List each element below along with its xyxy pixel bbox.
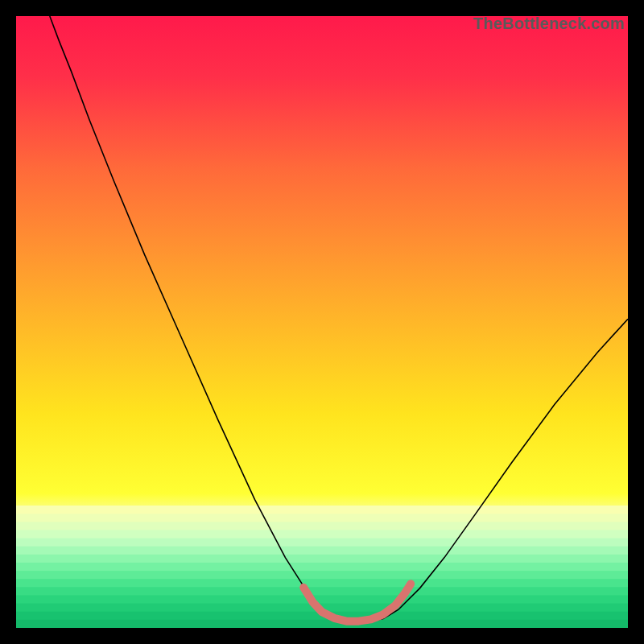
svg-rect-1 <box>16 514 628 522</box>
svg-rect-2 <box>16 522 628 530</box>
svg-rect-3 <box>16 530 628 539</box>
svg-rect-6 <box>16 555 628 564</box>
svg-rect-7 <box>16 563 628 572</box>
svg-rect-8 <box>16 571 628 580</box>
svg-rect-9 <box>16 579 628 588</box>
svg-rect-14 <box>16 620 628 628</box>
svg-rect-0 <box>16 506 628 514</box>
svg-rect-5 <box>16 547 628 555</box>
svg-rect-10 <box>16 587 628 596</box>
svg-rect-4 <box>16 539 628 547</box>
svg-rect-11 <box>16 595 628 604</box>
watermark-text: TheBottleneck.com <box>473 14 625 33</box>
chart-svg <box>16 16 628 628</box>
chart-frame: TheBottleneck.com <box>16 16 628 628</box>
